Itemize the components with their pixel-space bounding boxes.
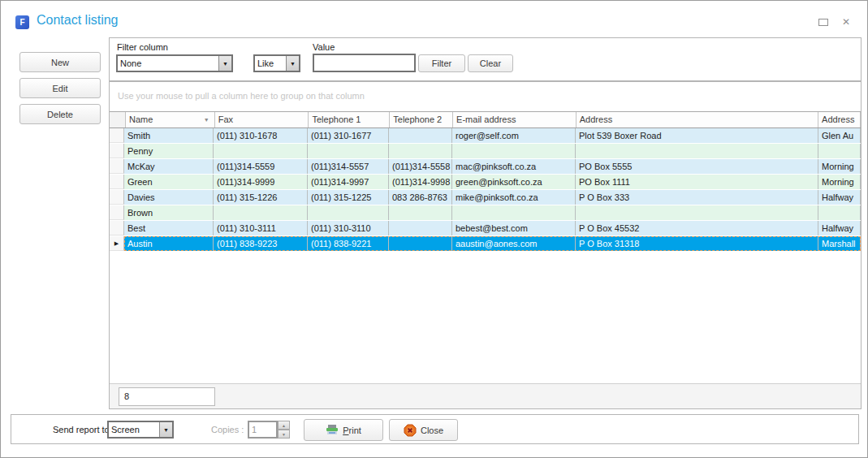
table-row[interactable]: Davies(011) 315-1226(011) 315-1225083 28… xyxy=(110,190,861,205)
grid-cell[interactable]: (011) 838-9223 xyxy=(214,236,308,251)
copies-down-button[interactable]: ▼ xyxy=(278,430,290,439)
column-header-e-mail-address[interactable]: E-mail address xyxy=(453,112,577,127)
grid-cell[interactable]: Plot 539 Boxer Road xyxy=(576,128,818,143)
row-selector[interactable]: ▶ xyxy=(110,236,124,251)
row-selector[interactable] xyxy=(110,221,124,235)
column-header-telephone-1[interactable]: Telephone 1 xyxy=(309,112,390,127)
grid-cell[interactable]: (011)314-5557 xyxy=(308,159,389,174)
table-row[interactable]: Best(011) 310-3111(011) 310-3110bebest@b… xyxy=(110,221,861,236)
grid-cell[interactable] xyxy=(818,144,861,158)
column-header-fax[interactable]: Fax xyxy=(215,112,309,127)
close-button[interactable]: Close xyxy=(389,419,458,441)
row-selector[interactable] xyxy=(110,159,124,174)
row-selector[interactable] xyxy=(110,205,124,220)
maximize-button[interactable] xyxy=(816,15,831,28)
grid-cell[interactable]: 083 286-8763 xyxy=(389,190,452,205)
grid-cell[interactable]: Davies xyxy=(124,190,214,205)
table-row[interactable]: Penny xyxy=(110,144,861,159)
table-row[interactable]: Green(011)314-9999(011)314-9997(011)314-… xyxy=(110,175,861,190)
table-row[interactable]: Smith(011) 310-1678(011) 310-1677roger@s… xyxy=(110,128,861,144)
edit-button[interactable]: Edit xyxy=(19,78,101,98)
grid-cell[interactable] xyxy=(576,144,818,158)
grid-cell[interactable]: Penny xyxy=(124,144,214,158)
grid-cell[interactable]: Morning xyxy=(818,175,861,189)
row-selector[interactable] xyxy=(110,190,124,205)
grid-cell[interactable]: PO Box 5555 xyxy=(576,159,818,174)
grid-cell[interactable]: (011) 310-3111 xyxy=(214,221,308,235)
grid-cell[interactable]: Green xyxy=(124,175,214,189)
grid-cell[interactable]: (011) 310-1678 xyxy=(214,128,308,143)
grid-cell[interactable]: Glen Au xyxy=(818,128,861,143)
grid-cell[interactable] xyxy=(389,236,452,251)
grid-cell[interactable]: mac@pinksoft.co.za xyxy=(452,159,576,174)
row-selector[interactable] xyxy=(110,175,124,189)
close-window-button[interactable]: ✕ xyxy=(839,15,853,28)
grid-cell[interactable] xyxy=(389,128,452,143)
grid-cell[interactable]: McKay xyxy=(124,159,214,174)
grid-cell[interactable] xyxy=(818,205,861,220)
filter-operator-value: Like xyxy=(255,58,286,68)
filter-operator-select[interactable]: Like ▼ xyxy=(253,54,300,72)
grid-cell[interactable]: (011) 315-1226 xyxy=(214,190,308,205)
grid-cell[interactable] xyxy=(389,205,452,220)
grid-cell[interactable] xyxy=(214,144,308,158)
filter-value-input[interactable] xyxy=(313,54,416,72)
grid-cell[interactable]: Smith xyxy=(124,128,214,143)
table-row[interactable]: Brown xyxy=(110,205,861,221)
new-button[interactable]: New xyxy=(19,52,101,72)
grid-cell[interactable]: PO Box 1111 xyxy=(576,175,818,189)
row-selector[interactable] xyxy=(110,144,124,158)
grid-cell[interactable]: P O Box 333 xyxy=(576,190,818,205)
grid-cell[interactable]: Morning xyxy=(818,159,861,174)
grid-cell[interactable] xyxy=(452,205,576,220)
table-row[interactable]: ▶Austin(011) 838-9223(011) 838-9221aaust… xyxy=(110,236,861,252)
grid-cell[interactable] xyxy=(389,144,452,158)
row-selector[interactable] xyxy=(110,128,124,143)
grid-cell[interactable]: bebest@best.com xyxy=(452,221,576,235)
grid-cell[interactable]: (011)314-5558 xyxy=(389,159,452,174)
print-button[interactable]: Print xyxy=(304,419,383,441)
grid-cell[interactable]: green@pinksoft.co.za xyxy=(452,175,576,189)
table-row[interactable]: McKay(011)314-5559(011)314-5557(011)314-… xyxy=(110,159,861,175)
column-header-name[interactable]: Name▼ xyxy=(126,112,215,127)
grid-cell[interactable]: Marshall xyxy=(818,236,861,251)
grid-cell[interactable]: Best xyxy=(124,221,214,235)
grid-cell[interactable] xyxy=(452,144,576,158)
grid-cell[interactable]: Halfway xyxy=(818,221,861,235)
grid-cell[interactable]: Halfway xyxy=(818,190,861,205)
filter-column-select[interactable]: None ▼ xyxy=(116,54,233,72)
grid-cell[interactable]: (011) 310-1677 xyxy=(308,128,389,143)
send-report-select[interactable]: Screen ▼ xyxy=(107,421,174,439)
grid-cell[interactable] xyxy=(389,221,452,235)
grid-cell[interactable]: (011)314-9997 xyxy=(308,175,389,189)
grid-cell[interactable]: (011)314-5559 xyxy=(214,159,308,174)
value-label: Value xyxy=(313,42,335,52)
grid-cell[interactable]: aaustin@aones.com xyxy=(452,236,576,251)
grid-cell[interactable] xyxy=(214,205,308,220)
grid-cell[interactable]: (011)314-9999 xyxy=(214,175,308,189)
grid-cell[interactable] xyxy=(308,144,389,158)
column-header-address[interactable]: Address xyxy=(818,112,861,127)
grid-cell[interactable]: (011) 838-9221 xyxy=(308,236,389,251)
grid-cell[interactable]: (011) 310-3110 xyxy=(308,221,389,235)
filter-button[interactable]: Filter xyxy=(418,54,465,72)
grid-cell[interactable]: mike@pinksoft.co.za xyxy=(452,190,576,205)
grid-cell[interactable]: P O Box 31318 xyxy=(576,236,818,251)
grid-cell[interactable] xyxy=(308,205,389,220)
grid-cell[interactable] xyxy=(576,205,818,220)
delete-button[interactable]: Delete xyxy=(19,104,101,124)
row-cells: Davies(011) 315-1226(011) 315-1225083 28… xyxy=(124,190,861,205)
grid-cell[interactable]: roger@self.com xyxy=(452,128,576,143)
grid-cell[interactable]: Brown xyxy=(124,205,214,220)
grid-cell[interactable]: (011) 315-1225 xyxy=(308,190,389,205)
group-by-hint[interactable]: Use your mouse to pull a column here to … xyxy=(110,82,861,111)
clear-button[interactable]: Clear xyxy=(468,54,513,72)
copies-input[interactable] xyxy=(248,421,278,439)
grid-cell[interactable]: (011)314-9998 xyxy=(389,175,452,189)
grid-cell[interactable]: P O Box 45532 xyxy=(576,221,818,235)
column-header-address[interactable]: Address xyxy=(577,112,818,127)
column-header-telephone-2[interactable]: Telephone 2 xyxy=(390,112,453,127)
grid-cell[interactable]: Austin xyxy=(124,236,214,251)
filter-panel: Filter column None ▼ Like ▼ Value Filter… xyxy=(109,37,862,81)
copies-up-button[interactable]: ▲ xyxy=(278,421,290,430)
